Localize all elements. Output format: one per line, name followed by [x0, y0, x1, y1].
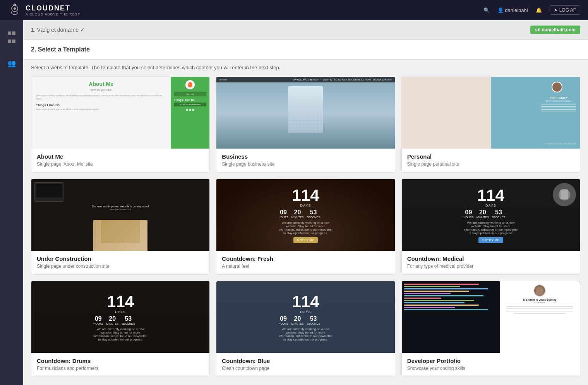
preview-personal-location: LOCATION, TX 77555 · 555.555.5555 — [543, 142, 576, 145]
template-desc-countdown-drums: For musicians and performers — [37, 366, 204, 371]
preview-dev-name: My name is Louis Stanley — [523, 298, 556, 301]
template-description: Select a website template. The template … — [23, 60, 588, 77]
template-desc-business: Single page business site — [222, 161, 389, 167]
step2-header: 2. Select a Template — [23, 40, 588, 60]
template-desc-under-construction: Single page under construction site — [37, 264, 204, 269]
template-info-about-me: About Me Single page 'About Me' site — [31, 149, 209, 172]
template-card-countdown-fresh[interactable]: 114 DAYS 09HOURS 20MINUTES 53SECONDS We … — [216, 179, 395, 275]
preview-countdown-drums-overlay: 114 DAYS 09HOURS 20MINUTES 53SECONDS We … — [93, 293, 147, 341]
preview-about-title: About Me — [36, 81, 166, 87]
template-name-countdown-blue: Countdown: Blue — [222, 358, 389, 364]
user-nav[interactable]: 👤 danielbahl — [497, 7, 528, 13]
preview-notify-btn-fresh: NOTIFY ME — [293, 237, 318, 243]
template-desc-dev-portfolio: Showcase your coding skills — [407, 366, 574, 371]
template-name-countdown-drums: Countdown: Drums — [37, 358, 204, 364]
template-desc-countdown-blue: Clean countdown page — [222, 366, 389, 371]
preview-green-btn1: A Few Accomplishments — [174, 103, 206, 106]
template-card-countdown-medical[interactable]: 114 DAYS 09HOURS 20MINUTES 53SECONDS We … — [401, 179, 580, 275]
main-layout: ■■■■ 👥 1. Vælg et domæne ✓ sb.danielbahl… — [0, 20, 588, 385]
sidebar-grid-icon[interactable]: ■■■■ — [4, 26, 19, 48]
balloon-icon — [187, 82, 193, 88]
template-card-personal[interactable]: FULL NAME SOFTWARE ENGINEER LOCATION, TX… — [401, 77, 580, 173]
template-desc-about-me: Single page 'About Me' site — [37, 161, 204, 167]
step1-badge: sb.danielbahl.com — [530, 26, 580, 34]
preview-notify-btn-medical: NOTIFY ME — [478, 237, 503, 243]
step1-header: 1. Vælg et domæne ✓ sb.danielbahl.com — [23, 20, 588, 40]
search-icon[interactable]: 🔍 — [483, 7, 490, 13]
template-preview-business: cPanel CPANEL, INC. 2810 NORTH LOOP W · … — [216, 77, 394, 149]
sidebar-users-icon[interactable]: 👥 — [4, 56, 19, 71]
logout-button[interactable]: ➤ LOG AF — [550, 5, 580, 15]
preview-dev-profile-side: My name is Louis Stanley UI Developer — [500, 281, 580, 353]
template-card-business[interactable]: cPanel CPANEL, INC. 2810 NORTH LOOP W · … — [216, 77, 395, 173]
preview-biz-topbar: cPanel CPANEL, INC. 2810 NORTH LOOP W · … — [216, 77, 394, 82]
template-name-countdown-fresh: Countdown: Fresh — [222, 255, 389, 262]
sidebar: ■■■■ 👥 — [0, 20, 23, 385]
svg-point-2 — [188, 82, 192, 87]
logo-title: CLOUDNET — [26, 4, 80, 12]
preview-personal-name: FULL NAME SOFTWARE ENGINEER — [541, 96, 576, 112]
template-name-countdown-medical: Countdown: Medical — [407, 255, 574, 262]
svg-point-1 — [14, 7, 16, 10]
template-info-under-construction: Under Construction Single page under con… — [31, 251, 209, 274]
preview-personal-avatar — [552, 82, 562, 92]
countdown-blue-time: 09HOURS 20MINUTES 53SECONDS — [278, 315, 333, 325]
preview-dev-title: UI Developer — [534, 301, 545, 304]
template-info-countdown-drums: Countdown: Drums For musicians and perfo… — [31, 353, 209, 376]
template-desc-personal: Single page personal site — [407, 161, 574, 167]
template-info-countdown-medical: Countdown: Medical For any type of medic… — [402, 251, 580, 274]
step2-title: 2. Select a Template — [31, 46, 90, 53]
notifications-icon[interactable]: 🔔 — [536, 7, 542, 13]
template-desc-countdown-fresh: A natural feel — [222, 264, 389, 269]
logo-text: CLOUDNET A CLOUD ABOVE THE REST — [26, 4, 80, 16]
logo-icon — [8, 3, 22, 17]
main-content: 1. Vælg et domæne ✓ sb.danielbahl.com 2.… — [23, 20, 588, 385]
template-info-countdown-fresh: Countdown: Fresh A natural feel — [216, 251, 394, 274]
countdown-medical-time: 09HOURS 20MINUTES 53SECONDS — [464, 209, 518, 219]
template-preview-personal: FULL NAME SOFTWARE ENGINEER LOCATION, TX… — [402, 77, 580, 149]
preview-about-sub: what do you think — [36, 89, 166, 91]
template-name-business: Business — [222, 153, 389, 160]
template-card-countdown-drums[interactable]: 114 DAYS 09HOURS 20MINUTES 53SECONDS We … — [31, 281, 210, 377]
svg-point-3 — [188, 83, 190, 85]
template-name-under-construction: Under Construction — [37, 255, 204, 262]
template-info-business: Business Single page business site — [216, 149, 394, 172]
logo-subtitle: A CLOUD ABOVE THE REST — [26, 12, 80, 16]
preview-countdown-medical-overlay: 114 DAYS 09HOURS 20MINUTES 53SECONDS We … — [464, 187, 518, 243]
top-navigation: CLOUDNET A CLOUD ABOVE THE REST 🔍 👤 dani… — [0, 0, 588, 20]
preview-about-body: Lorem ipsum is simply dummy text of the … — [36, 94, 166, 100]
preview-countdown-blue-overlay: 114 DAYS 09HOURS 20MINUTES 53SECONDS We … — [278, 293, 333, 341]
preview-things-label: Things I Can Do — [174, 99, 206, 101]
username: danielbahl — [505, 7, 528, 13]
countdown-drums-time: 09HOURS 20MINUTES 53SECONDS — [93, 315, 147, 325]
template-info-dev-portfolio: Developer Portfolio Showcase your coding… — [402, 353, 580, 376]
template-card-dev-portfolio[interactable]: My name is Louis Stanley UI Developer De… — [401, 281, 580, 377]
template-card-about-me[interactable]: About Me what do you think Lorem ipsum i… — [31, 77, 210, 173]
template-name-personal: Personal — [407, 153, 574, 160]
template-desc-countdown-medical: For any type of medical provider — [407, 264, 574, 269]
template-preview-countdown-drums: 114 DAYS 09HOURS 20MINUTES 53SECONDS We … — [31, 281, 209, 353]
preview-about-section: Things I Can Do — [36, 103, 166, 107]
template-preview-dev-portfolio: My name is Louis Stanley UI Developer — [402, 281, 580, 353]
template-grid: About Me what do you think Lorem ipsum i… — [23, 77, 588, 385]
template-info-countdown-blue: Countdown: Blue Clean countdown page — [216, 353, 394, 376]
template-preview-countdown-fresh: 114 DAYS 09HOURS 20MINUTES 53SECONDS We … — [216, 179, 394, 251]
template-name-about-me: About Me — [37, 153, 204, 160]
preview-countdown-fresh-overlay: 114 DAYS 09HOURS 20MINUTES 53SECONDS We … — [278, 187, 333, 243]
template-preview-countdown-blue: 114 DAYS 09HOURS 20MINUTES 53SECONDS We … — [216, 281, 394, 353]
template-card-countdown-blue[interactable]: 114 DAYS 09HOURS 20MINUTES 53SECONDS We … — [216, 281, 395, 377]
logout-arrow-icon: ➤ — [554, 7, 558, 13]
template-name-dev-portfolio: Developer Portfolio — [407, 358, 574, 364]
step1-label: 1. Vælg et domæne ✓ — [31, 27, 85, 33]
template-info-personal: Personal Single page personal site — [402, 149, 580, 172]
template-preview-under-construction: Our new and improved website is coming s… — [31, 179, 209, 251]
preview-construction-text: Our new and improved website is coming s… — [92, 205, 149, 210]
preview-test-btn: test me — [174, 92, 206, 96]
template-preview-about-me: About Me what do you think Lorem ipsum i… — [31, 77, 209, 149]
template-preview-countdown-medical: 114 DAYS 09HOURS 20MINUTES 53SECONDS We … — [402, 179, 580, 251]
user-icon: 👤 — [497, 7, 504, 13]
countdown-time-display: 09HOURS 20MINUTES 53SECONDS — [278, 209, 333, 219]
template-card-under-construction[interactable]: Our new and improved website is coming s… — [31, 179, 210, 275]
preview-about-section-text: Lorem ipsum is simply dummy text of the … — [36, 108, 166, 111]
nav-right: 🔍 👤 danielbahl 🔔 ➤ LOG AF — [483, 5, 580, 15]
